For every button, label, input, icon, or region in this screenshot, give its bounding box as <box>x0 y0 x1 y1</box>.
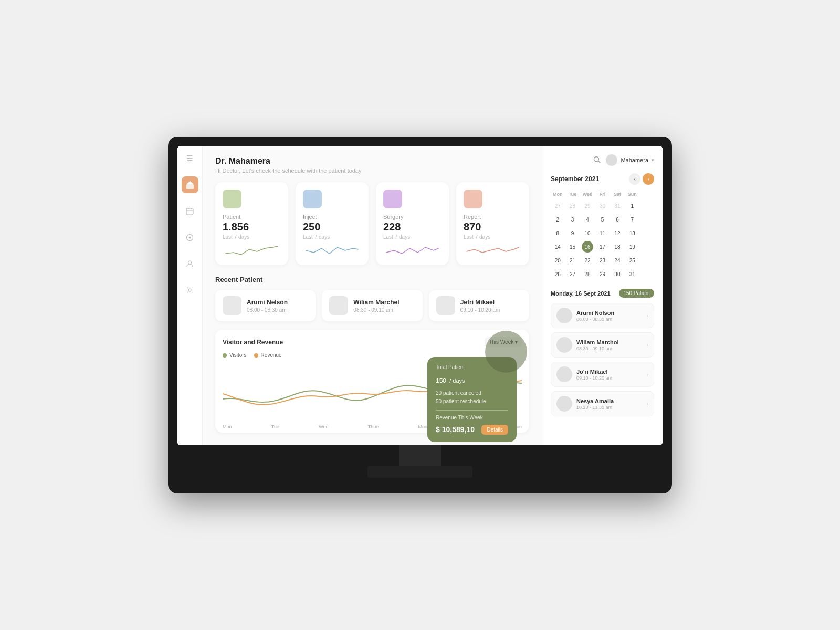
cal-header-tue: Tue <box>565 190 579 198</box>
svg-rect-1 <box>186 208 193 215</box>
patient-name-1: Wiliam Marchel <box>353 299 399 306</box>
appt-item-3[interactable]: Nesya Amalia 10.20 - 11.30 am › <box>551 391 654 416</box>
appt-item-1[interactable]: Wiliam Marchol 08.30 - 09.10 am › <box>551 332 654 358</box>
appt-name-1: Wiliam Marchol <box>576 339 642 345</box>
cal-day[interactable]: 22 <box>582 255 593 266</box>
appt-arrow-3: › <box>646 401 648 407</box>
sidebar-item-chart[interactable] <box>182 229 198 246</box>
search-icon[interactable] <box>593 156 601 165</box>
appt-date: Monday, 16 Sept 2021 <box>551 290 611 297</box>
appointments-header: Monday, 16 Sept 2021 150 Patient <box>551 289 654 298</box>
user-avatar <box>606 154 617 166</box>
patient-info-2: Jefri Mikael 09.10 - 10.20 am <box>460 299 500 313</box>
cal-day[interactable]: 9 <box>567 227 579 239</box>
cal-day[interactable]: 17 <box>596 241 608 253</box>
calendar-grid: Mon Tue Wed Fri Sat Sun 27 28 29 30 31 1 <box>551 190 654 280</box>
sidebar-item-profile[interactable] <box>182 255 198 272</box>
appt-time-0: 08.00 - 08.30 am <box>576 317 642 322</box>
patient-card-0[interactable]: Arumi Nelson 08.00 - 08.30 am <box>215 290 316 321</box>
cal-day[interactable]: 27 <box>552 200 563 212</box>
cal-day-today[interactable]: 16 <box>582 241 593 253</box>
cal-day[interactable]: 23 <box>596 255 608 266</box>
appt-arrow-2: › <box>646 371 648 377</box>
appt-avatar-3 <box>556 396 572 412</box>
sidebar-item-home[interactable] <box>182 176 198 193</box>
appt-arrow-0: › <box>646 312 648 319</box>
user-chip[interactable]: Mahamera ▾ <box>606 154 654 166</box>
cal-day[interactable]: 7 <box>626 214 638 225</box>
patient-name-2: Jefri Mikael <box>460 299 500 306</box>
cal-day[interactable]: 24 <box>612 255 623 266</box>
legend-revenue-dot <box>254 353 258 358</box>
recent-patients-title: Recent Patient <box>215 276 529 284</box>
tooltip-details-btn[interactable]: Details <box>481 425 508 435</box>
cal-day[interactable]: 5 <box>596 214 608 225</box>
cal-day[interactable]: 13 <box>626 227 638 239</box>
cal-day[interactable]: 12 <box>612 227 623 239</box>
chart-title: Visitor and Revenue <box>223 339 283 346</box>
x-label-4: Mon <box>418 424 427 429</box>
stat-label-surgery: Surgery <box>383 214 442 220</box>
cal-day[interactable]: 28 <box>582 268 593 280</box>
cal-day[interactable]: 28 <box>567 200 579 212</box>
stat-sub-surgery: Last 7 days <box>383 234 442 240</box>
calendar-prev-btn[interactable]: ‹ <box>629 173 640 185</box>
calendar-header: September 2021 ‹ › <box>551 173 654 185</box>
user-dropdown-icon: ▾ <box>652 158 654 163</box>
stat-card-inject: Inject 250 Last 7 days <box>296 182 369 265</box>
sidebar-item-calendar[interactable] <box>182 203 198 219</box>
patient-info-0: Arumi Nelson 08.00 - 08.30 am <box>247 299 288 313</box>
legend-visitors-dot <box>223 353 227 358</box>
cal-day[interactable]: 19 <box>626 241 638 253</box>
cal-day[interactable]: 2 <box>552 214 563 225</box>
sparkline-surgery <box>383 243 442 258</box>
cal-day[interactable]: 14 <box>552 241 563 253</box>
sparkline-inject <box>303 243 361 258</box>
stat-icon-inject <box>303 190 322 208</box>
cal-day[interactable]: 18 <box>612 241 623 253</box>
x-label-2: Wed <box>319 424 328 429</box>
cal-day[interactable]: 11 <box>596 227 608 239</box>
cal-day[interactable]: 4 <box>582 214 593 225</box>
x-label-0: Mon <box>223 424 232 429</box>
cal-header-sun: Sun <box>625 190 639 198</box>
cal-day[interactable]: 26 <box>552 268 563 280</box>
svg-point-7 <box>188 261 192 264</box>
patient-card-1[interactable]: Wiliam Marchel 08.30 - 09.10 am <box>322 290 422 321</box>
tooltip-detail: 20 patient canceled 50 patient reschedul… <box>436 389 508 406</box>
sidebar-item-settings[interactable] <box>182 281 198 298</box>
hamburger-icon[interactable]: ☰ <box>186 154 193 163</box>
cal-day[interactable]: 21 <box>567 255 579 266</box>
cal-day[interactable]: 20 <box>552 255 563 266</box>
cal-day[interactable]: 31 <box>626 268 638 280</box>
cal-day[interactable]: 1 <box>626 200 638 212</box>
right-panel: Mahamera ▾ September 2021 ‹ › <box>542 146 663 445</box>
appt-item-2[interactable]: Jo'ri Mikael 09.10 - 10.20 am › <box>551 362 654 387</box>
cal-day[interactable]: 25 <box>626 255 638 266</box>
appt-avatar-0 <box>556 308 572 323</box>
legend-revenue: Revenue <box>254 352 282 358</box>
cal-day[interactable]: 8 <box>552 227 563 239</box>
cal-day[interactable]: 31 <box>612 200 623 212</box>
stat-value-inject: 250 <box>303 221 361 233</box>
cal-day[interactable]: 27 <box>567 268 579 280</box>
cal-day[interactable]: 30 <box>596 200 608 212</box>
sidebar: ☰ <box>177 146 203 445</box>
cal-day[interactable]: 30 <box>612 268 623 280</box>
appt-name-0: Arumi Nolson <box>576 310 642 316</box>
tooltip-canceled: 20 patient canceled <box>436 389 508 397</box>
appt-avatar-2 <box>556 366 572 382</box>
cal-day[interactable]: 29 <box>582 200 593 212</box>
cal-day[interactable]: 15 <box>567 241 579 253</box>
patient-card-2[interactable]: Jefri Mikael 09.10 - 10.20 am <box>429 290 529 321</box>
cal-day[interactable]: 3 <box>567 214 579 225</box>
cal-header-extra <box>640 190 654 198</box>
cal-day[interactable]: 10 <box>582 227 593 239</box>
cal-day[interactable]: 6 <box>612 214 623 225</box>
svg-rect-0 <box>186 184 194 189</box>
calendar-next-btn[interactable]: › <box>643 173 654 185</box>
stat-label-inject: Inject <box>303 214 361 220</box>
stat-value-surgery: 228 <box>383 221 442 233</box>
appt-item-0[interactable]: Arumi Nolson 08.00 - 08.30 am › <box>551 303 654 328</box>
cal-day[interactable]: 29 <box>596 268 608 280</box>
